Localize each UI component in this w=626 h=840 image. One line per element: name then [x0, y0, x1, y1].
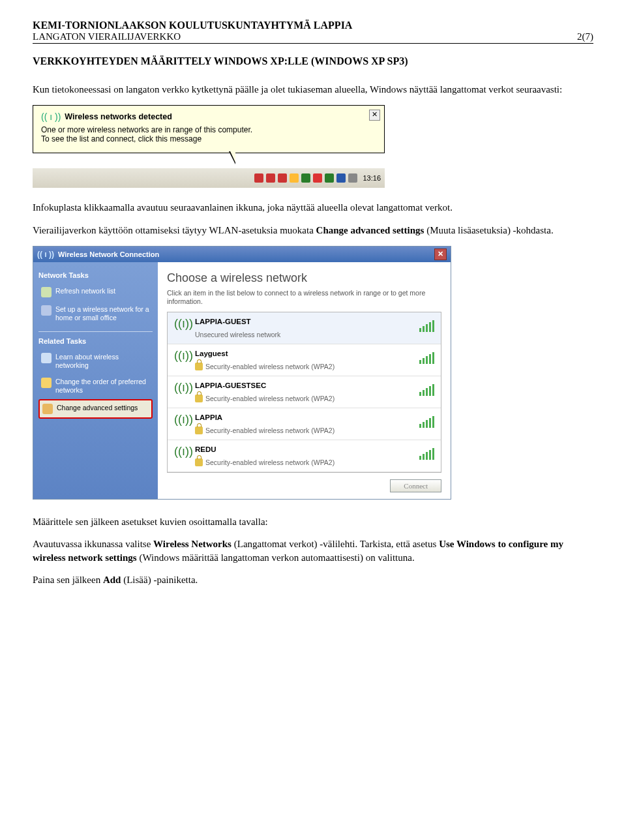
- signal-strength-icon: [419, 383, 435, 396]
- network-ssid: LAPPIA-GUEST: [195, 318, 413, 325]
- tray-icon[interactable]: [278, 173, 287, 183]
- section-title: VERKKOYHTEYDEN MÄÄRITTELY WINDOWS XP:LLE…: [33, 55, 593, 67]
- lock-icon: [195, 427, 203, 434]
- side-item-label: Learn about wireless networking: [55, 353, 150, 370]
- tray-bluetooth-icon[interactable]: [336, 173, 346, 183]
- side-panel: Network Tasks Refresh network list Set u…: [33, 262, 158, 499]
- side-item-label: Change the order of preferred networks: [55, 378, 150, 395]
- info-icon: [41, 353, 52, 363]
- tray-icon[interactable]: [290, 173, 299, 183]
- notification-screenshot: ✕ (( ı )) Wireless networks detected One…: [33, 105, 385, 188]
- network-item[interactable]: ((ı))LAPPIA-GUESTSECSecurity-enabled wir…: [168, 376, 441, 408]
- side-refresh-network-list[interactable]: Refresh network list: [38, 283, 153, 301]
- wifi-icon: (( ı )): [41, 112, 61, 121]
- wifi-icon: (( ı )): [37, 250, 54, 258]
- doc-header-line2-left: LANGATON VIERAILIJAVERKKO: [33, 31, 181, 42]
- network-security-text: Unsecured wireless network: [195, 331, 413, 338]
- notification-balloon[interactable]: ✕ (( ı )) Wireless networks detected One…: [33, 105, 385, 153]
- signal-strength-icon: [419, 447, 435, 460]
- tray-icon[interactable]: [254, 173, 263, 183]
- balloon-line2: To see the list and connect, click this …: [41, 134, 376, 143]
- network-ssid: LAPPIA: [195, 413, 413, 421]
- main-panel: Choose a wireless network Click an item …: [158, 262, 451, 499]
- antenna-icon: ((ı)): [174, 350, 188, 361]
- signal-strength-icon: [419, 415, 435, 428]
- taskbar-clock: 13:16: [363, 174, 381, 182]
- doc-header-line1: KEMI-TORNIONLAAKSON KOULUTUSKUNTAYHTYMÄ …: [33, 20, 593, 31]
- network-security-text: Security-enabled wireless network (WPA2): [195, 458, 413, 466]
- antenna-icon: ((ı)): [174, 445, 188, 457]
- network-security-text: Security-enabled wireless network (WPA2): [195, 427, 413, 434]
- side-item-label: Refresh network list: [55, 287, 115, 295]
- side-change-order[interactable]: Change the order of preferred networks: [38, 374, 153, 398]
- lock-icon: [195, 363, 203, 370]
- side-item-label: Set up a wireless network for a home or …: [55, 305, 150, 322]
- side-divider: [38, 331, 153, 332]
- network-ssid: REDU: [195, 445, 413, 453]
- paragraph-4: Määrittele sen jälkeen asetukset kuvien …: [33, 515, 593, 528]
- antenna-icon: ((ı)): [174, 413, 188, 425]
- balloon-close-icon[interactable]: ✕: [369, 110, 380, 121]
- doc-page-number: 2(7): [577, 31, 593, 42]
- gear-icon: [42, 404, 53, 414]
- taskbar: 13:16: [33, 168, 385, 188]
- wireless-dialog: (( ı )) Wireless Network Connection ✕ Ne…: [33, 246, 451, 500]
- network-security-text: Security-enabled wireless network (WPA2): [195, 363, 413, 370]
- signal-strength-icon: [419, 319, 435, 332]
- side-change-advanced-settings[interactable]: Change advanced settings: [38, 399, 153, 419]
- network-item[interactable]: ((ı))LAPPIA-GUESTUnsecured wireless netw…: [168, 312, 441, 344]
- network-ssid: LAPPIA-GUESTSEC: [195, 382, 413, 389]
- side-group-related-tasks: Related Tasks: [38, 337, 153, 345]
- side-setup-wireless-network[interactable]: Set up a wireless network for a home or …: [38, 301, 153, 326]
- balloon-line1: One or more wireless networks are in ran…: [41, 125, 376, 134]
- antenna-icon: ((ı)): [174, 382, 188, 393]
- star-icon: [41, 378, 52, 388]
- paragraph-6: Paina sen jälkeen Add (Lisää) -painikett…: [33, 573, 593, 586]
- choose-network-desc: Click an item in the list below to conne…: [167, 289, 441, 307]
- antenna-icon: ((ı)): [174, 318, 188, 329]
- dialog-close-button[interactable]: ✕: [434, 248, 447, 260]
- lock-icon: [195, 458, 203, 466]
- lock-icon: [195, 395, 203, 402]
- paragraph-1: Kun tietokoneessasi on langaton verkko k…: [33, 83, 593, 96]
- side-group-network-tasks: Network Tasks: [38, 271, 153, 279]
- paragraph-5: Avautuvassa ikkunassa valitse Wireless N…: [33, 537, 593, 564]
- refresh-icon: [41, 287, 52, 297]
- side-item-label: Change advanced settings: [57, 404, 138, 412]
- network-security-text: Security-enabled wireless network (WPA2): [195, 395, 413, 402]
- network-item[interactable]: ((ı))LayguestSecurity-enabled wireless n…: [168, 344, 441, 376]
- network-item[interactable]: ((ı))LAPPIASecurity-enabled wireless net…: [168, 408, 441, 440]
- balloon-tail: [229, 151, 235, 164]
- network-list: ((ı))LAPPIA-GUESTUnsecured wireless netw…: [167, 312, 441, 473]
- connect-button[interactable]: Connect: [390, 479, 441, 492]
- balloon-title: Wireless networks detected: [65, 112, 172, 121]
- tray-wifi-icon[interactable]: [301, 173, 310, 183]
- paragraph-3: Vierailijaverkon käyttöön ottamiseksi tä…: [33, 224, 593, 237]
- side-learn-wireless[interactable]: Learn about wireless networking: [38, 349, 153, 374]
- dialog-titlebar[interactable]: (( ı )) Wireless Network Connection ✕: [33, 247, 451, 262]
- choose-network-title: Choose a wireless network: [167, 271, 441, 285]
- tray-icon[interactable]: [325, 173, 334, 183]
- network-item[interactable]: ((ı))REDUSecurity-enabled wireless netwo…: [168, 440, 441, 472]
- tray-icon[interactable]: [313, 173, 322, 183]
- tray-volume-icon[interactable]: [348, 173, 357, 183]
- network-ssid: Layguest: [195, 350, 413, 357]
- setup-icon: [41, 305, 52, 316]
- paragraph-2: Infokuplasta klikkaamalla avautuu seuraa…: [33, 201, 593, 214]
- signal-strength-icon: [419, 351, 435, 364]
- tray-icon[interactable]: [266, 173, 275, 183]
- dialog-title: Wireless Network Connection: [58, 250, 159, 258]
